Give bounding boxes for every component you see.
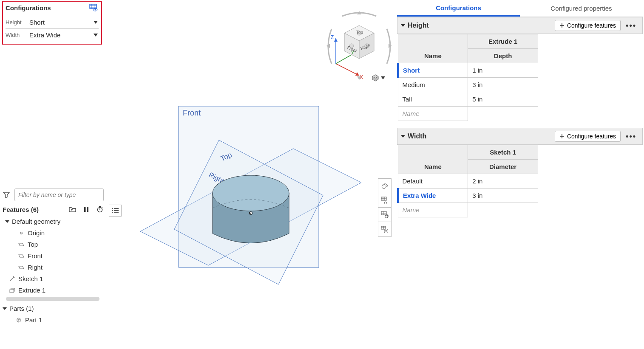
tab-configured-properties[interactable]: Configured properties	[520, 0, 643, 17]
tree-default-geometry[interactable]: Default geometry	[3, 216, 104, 227]
tree-label: Origin	[28, 229, 45, 236]
row-name: Medium	[398, 78, 468, 92]
table-row[interactable]: Short 1 in	[398, 63, 538, 78]
table-row[interactable]: Default 2 in	[398, 174, 538, 189]
more-menu-icon[interactable]: •••	[624, 132, 638, 141]
row-value[interactable]: 5 in	[468, 92, 538, 107]
svg-point-53	[383, 186, 383, 186]
feature-panel: Features (6) Default geometry Origin Top…	[3, 189, 104, 326]
tree-front-plane[interactable]: Front	[3, 250, 104, 262]
section-title: Width	[408, 132, 426, 140]
tree-right-plane[interactable]: Right	[3, 262, 104, 273]
tree-label: Default geometry	[12, 218, 60, 225]
configurations-tool-icon[interactable]	[378, 193, 391, 208]
row-name: Short	[398, 63, 468, 78]
stopwatch-icon[interactable]	[96, 205, 104, 213]
svg-rect-9	[84, 207, 86, 212]
filter-icon[interactable]	[3, 191, 10, 199]
svg-point-54	[384, 184, 385, 185]
table-row[interactable]: Medium 3 in	[398, 78, 538, 92]
chevron-down-icon[interactable]	[401, 24, 405, 27]
tree-label: Top	[28, 241, 38, 248]
chevron-down-icon[interactable]	[401, 135, 405, 138]
row-name: Tall	[398, 92, 468, 107]
section-head-height: Height Configure features •••	[397, 17, 643, 34]
width-config-table: Name Sketch 1 Diameter Default 2 in Extr…	[397, 145, 538, 217]
pause-icon[interactable]	[82, 205, 90, 213]
table-row-new[interactable]: Name	[398, 107, 538, 121]
plane-label-front: Front	[183, 109, 201, 117]
appearance-tool-icon[interactable]	[378, 179, 391, 193]
add-feature-folder-icon[interactable]	[69, 205, 77, 213]
table-row[interactable]: Extra Wide 3 in	[398, 189, 538, 203]
extrude-icon	[9, 287, 15, 293]
svg-text:(x): (x)	[384, 229, 389, 233]
row-name: Default	[398, 174, 468, 189]
tree-extrude-1[interactable]: Extrude 1	[3, 284, 104, 296]
configurations-callout: Configurations Height Short Width Extra …	[2, 1, 102, 45]
plane-icon	[18, 253, 24, 259]
section-head-width: Width Configure features •••	[397, 128, 643, 145]
table-header-feature: Sketch 1	[468, 145, 538, 160]
view-cube[interactable]: Top Front Right Z X Y	[323, 8, 395, 85]
svg-point-16	[21, 233, 22, 234]
tree-part-1[interactable]: Part 1	[3, 314, 104, 326]
plane-icon	[18, 241, 24, 248]
row-name: Extra Wide	[398, 189, 468, 203]
tree-top-plane[interactable]: Top	[3, 239, 104, 250]
render-mode-dropdown[interactable]	[372, 74, 385, 82]
svg-point-29	[250, 213, 251, 214]
svg-text:Z: Z	[331, 34, 334, 40]
row-value[interactable]: 2 in	[468, 174, 538, 189]
configurations-table-icon[interactable]	[88, 3, 99, 12]
custom-tables-tool-icon[interactable]	[378, 208, 391, 222]
table-row-new[interactable]: Name	[398, 203, 538, 217]
row-name-placeholder[interactable]: Name	[398, 107, 468, 121]
config-width-dropdown[interactable]: Extra Wide	[28, 31, 99, 39]
config-row-height: Height Short	[6, 16, 99, 29]
table-header-param: Diameter	[468, 160, 538, 174]
svg-line-49	[336, 55, 351, 64]
height-config-table: Name Extrude 1 Depth Short 1 in Medium 3…	[397, 34, 538, 121]
configure-features-button[interactable]: Configure features	[555, 131, 621, 142]
configure-features-button[interactable]: Configure features	[555, 20, 621, 31]
config-width-value: Extra Wide	[29, 31, 60, 39]
tree-origin[interactable]: Origin	[3, 227, 104, 239]
table-header-name: Name	[398, 34, 468, 63]
button-label: Configure features	[567, 133, 616, 140]
svg-line-14	[102, 207, 102, 208]
config-row-label: Height	[6, 19, 25, 25]
svg-point-6	[95, 9, 96, 11]
row-name-placeholder[interactable]: Name	[398, 203, 468, 217]
row-value[interactable]: 3 in	[468, 189, 538, 203]
tab-configurations[interactable]: Configurations	[397, 0, 520, 17]
panel-tabs: Configurations Configured properties	[397, 0, 643, 17]
svg-text:X: X	[360, 74, 363, 80]
section-title: Height	[408, 22, 429, 29]
config-height-dropdown[interactable]: Short	[28, 18, 99, 27]
caret-down-icon	[94, 21, 98, 24]
feature-filter-input[interactable]	[14, 189, 104, 201]
tree-label: Parts (1)	[9, 305, 34, 312]
svg-point-27	[213, 175, 289, 211]
configurations-panel: Configurations Configured properties Hei…	[397, 0, 643, 349]
config-row-width: Width Extra Wide	[6, 29, 99, 41]
features-count-label: Features (6)	[3, 206, 39, 213]
tree-parts[interactable]: Parts (1)	[3, 303, 104, 314]
svg-marker-44	[334, 38, 338, 42]
scrollbar-thumb[interactable]	[6, 297, 99, 301]
config-height-value: Short	[29, 19, 45, 26]
caret-down-icon	[94, 34, 98, 37]
tree-label: Part 1	[25, 316, 42, 324]
configurations-title: Configurations	[6, 4, 51, 11]
more-menu-icon[interactable]: •••	[624, 21, 638, 30]
tree-sketch-1[interactable]: Sketch 1	[3, 273, 104, 284]
origin-icon	[18, 230, 24, 236]
plane-icon	[18, 264, 24, 270]
row-value[interactable]: 1 in	[468, 63, 538, 78]
row-value[interactable]: 3 in	[468, 78, 538, 92]
side-toolbar: (x)	[378, 178, 392, 237]
table-row[interactable]: Tall 5 in	[398, 92, 538, 107]
chevron-down-icon	[3, 307, 7, 310]
variables-tool-icon[interactable]: (x)	[378, 222, 391, 236]
